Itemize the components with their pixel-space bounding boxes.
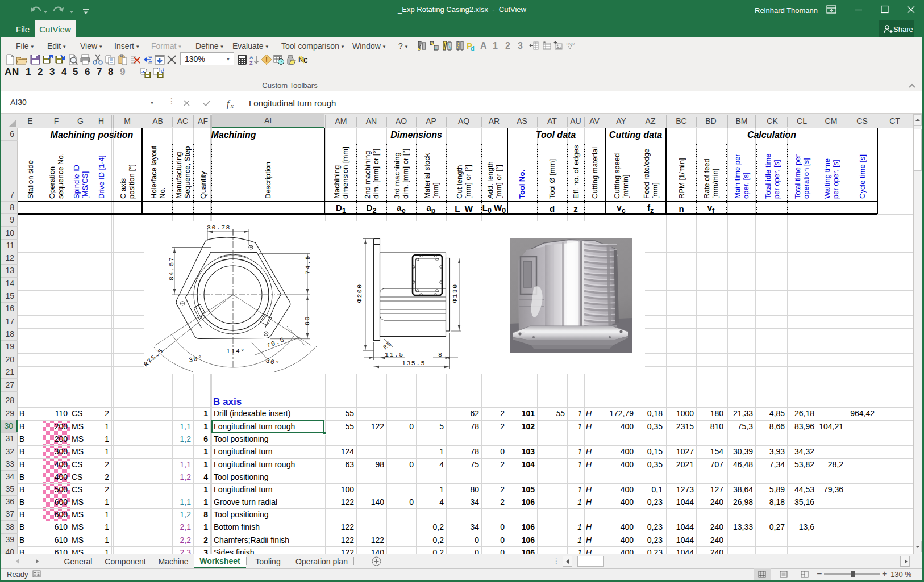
svg-text:x: x	[230, 102, 234, 109]
svg-text:30°: 30°	[265, 357, 281, 367]
svg-text:30.78: 30.78	[207, 224, 231, 231]
svg-text:TNR: TNR	[565, 41, 575, 47]
svg-text:€: €	[303, 56, 307, 65]
svg-text:114°: 114°	[226, 347, 245, 355]
svg-text:R5: R5	[382, 340, 393, 351]
svg-text:Φ130: Φ130	[451, 283, 459, 303]
svg-text:8: 8	[438, 351, 443, 358]
svg-text:84.57: 84.57	[168, 257, 175, 280]
svg-text:A: A	[249, 55, 253, 60]
svg-text:74.5: 74.5	[304, 255, 311, 274]
svg-text:30°: 30°	[188, 354, 203, 364]
svg-text:135.5: 135.5	[402, 359, 426, 367]
svg-text:11.5: 11.5	[385, 351, 404, 358]
svg-text:Z: Z	[249, 60, 253, 65]
svg-text:Φ200: Φ200	[356, 283, 363, 303]
svg-text:R75.5: R75.5	[144, 346, 165, 368]
svg-text:!: !	[265, 56, 268, 64]
svg-text:80: 80	[303, 316, 311, 325]
svg-text:d: d	[471, 45, 475, 51]
svg-text:f: f	[227, 99, 231, 109]
